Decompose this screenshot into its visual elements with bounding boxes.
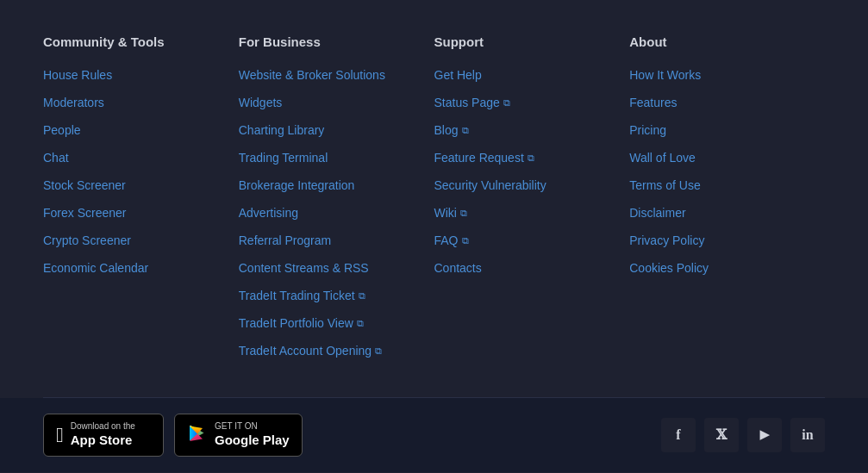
footer-link-feature-request[interactable]: Feature Request⧉ — [434, 151, 630, 165]
app-buttons:  Download on the App Store — [43, 414, 303, 457]
footer-link-features[interactable]: Features — [629, 96, 825, 109]
footer-link-forex-screener[interactable]: Forex Screener — [43, 206, 239, 220]
external-link-icon: ⧉ — [528, 152, 538, 163]
column-title-for-business: For Business — [239, 34, 434, 49]
footer-link-privacy-policy[interactable]: Privacy Policy — [629, 233, 825, 247]
footer-column-community-tools: Community & ToolsHouse RulesModeratorsPe… — [43, 34, 239, 371]
app-store-bottom: App Store — [71, 432, 135, 449]
footer-column-about: AboutHow It WorksFeaturesPricingWall of … — [629, 34, 825, 371]
footer-link-brokerage-integration[interactable]: Brokerage Integration — [239, 178, 434, 192]
footer-link-chat[interactable]: Chat — [43, 151, 239, 165]
footer-link-house-rules[interactable]: House Rules — [43, 68, 239, 82]
footer-link-blog[interactable]: Blog⧉ — [434, 123, 630, 137]
footer-link-charting-library[interactable]: Charting Library — [239, 123, 434, 137]
footer-link-referral-program[interactable]: Referral Program — [239, 233, 434, 247]
footer-link-website--broker-solutions[interactable]: Website & Broker Solutions — [239, 68, 434, 82]
external-link-icon: ⧉ — [375, 345, 385, 356]
linkedin-icon: in — [802, 427, 813, 443]
external-link-icon: ⧉ — [460, 208, 471, 218]
external-link-icon: ⧉ — [357, 318, 367, 328]
footer-link-tradeit-trading-ticket[interactable]: TradeIt Trading Ticket⧉ — [239, 289, 434, 302]
footer-main: Community & ToolsHouse RulesModeratorsPe… — [0, 0, 868, 397]
social-button-linkedin[interactable]: in — [790, 418, 825, 452]
google-play-icon — [187, 423, 208, 446]
footer-link-get-help[interactable]: Get Help — [434, 68, 630, 82]
footer-link-crypto-screener[interactable]: Crypto Screener — [43, 233, 239, 247]
footer-link-cookies-policy[interactable]: Cookies Policy — [629, 261, 825, 275]
social-buttons: f𝕏▶in — [661, 418, 825, 452]
social-button-twitter[interactable]: 𝕏 — [704, 418, 739, 452]
twitter-icon: 𝕏 — [716, 426, 727, 443]
footer-link-tradeit-portfolio-view[interactable]: TradeIt Portfolio View⧉ — [239, 316, 434, 330]
footer-link-pricing[interactable]: Pricing — [629, 123, 825, 137]
apple-icon:  — [56, 425, 64, 445]
footer-link-wiki[interactable]: Wiki⧉ — [434, 206, 630, 220]
footer-column-for-business: For BusinessWebsite & Broker SolutionsWi… — [239, 34, 434, 371]
social-button-facebook[interactable]: f — [661, 418, 696, 452]
footer-link-moderators[interactable]: Moderators — [43, 96, 239, 109]
google-play-bottom: Google Play — [215, 432, 290, 449]
footer-link-tradeit-account-opening[interactable]: TradeIt Account Opening⧉ — [239, 344, 434, 358]
footer-link-security-vulnerability[interactable]: Security Vulnerability — [434, 178, 630, 192]
column-title-support: Support — [434, 34, 630, 49]
footer-link-contacts[interactable]: Contacts — [434, 261, 630, 275]
footer-bottom:  Download on the App Store — [0, 398, 868, 472]
footer-link-advertising[interactable]: Advertising — [239, 206, 434, 220]
footer-column-support: SupportGet HelpStatus Page⧉Blog⧉Feature … — [434, 34, 630, 371]
external-link-icon: ⧉ — [462, 125, 472, 135]
footer-link-widgets[interactable]: Widgets — [239, 96, 434, 109]
external-link-icon: ⧉ — [359, 290, 369, 301]
footer-link-trading-terminal[interactable]: Trading Terminal — [239, 151, 434, 165]
footer-link-faq[interactable]: FAQ⧉ — [434, 233, 630, 247]
external-link-icon: ⧉ — [503, 97, 514, 108]
footer-link-stock-screener[interactable]: Stock Screener — [43, 178, 239, 192]
footer-link-disclaimer[interactable]: Disclaimer — [629, 206, 825, 220]
external-link-icon: ⧉ — [462, 235, 472, 246]
footer-link-how-it-works[interactable]: How It Works — [629, 68, 825, 82]
footer-link-economic-calendar[interactable]: Economic Calendar — [43, 261, 239, 275]
social-button-youtube[interactable]: ▶ — [747, 418, 782, 452]
google-play-top: GET IT ON — [215, 421, 290, 432]
footer-link-content-streams--rss[interactable]: Content Streams & RSS — [239, 261, 434, 275]
footer-link-people[interactable]: People — [43, 123, 239, 137]
column-title-community-tools: Community & Tools — [43, 34, 239, 49]
youtube-icon: ▶ — [760, 427, 770, 442]
footer-link-terms-of-use[interactable]: Terms of Use — [629, 178, 825, 192]
facebook-icon: f — [676, 427, 680, 443]
footer-link-wall-of-love[interactable]: Wall of Love — [629, 151, 825, 165]
google-play-button[interactable]: GET IT ON Google Play — [174, 414, 303, 457]
app-store-button[interactable]:  Download on the App Store — [43, 414, 164, 457]
footer-link-status-page[interactable]: Status Page⧉ — [434, 96, 630, 109]
app-store-top: Download on the — [71, 421, 135, 432]
column-title-about: About — [629, 34, 825, 49]
